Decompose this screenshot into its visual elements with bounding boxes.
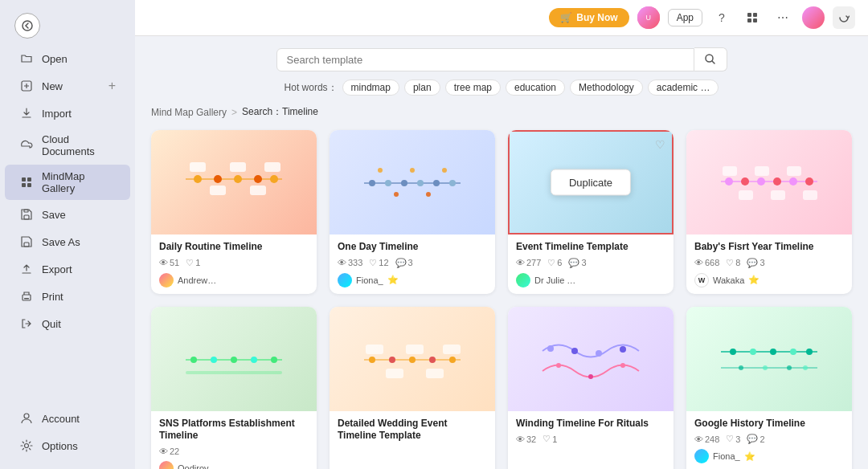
svg-point-38	[410, 168, 415, 173]
sidebar-item-export[interactable]: Export	[5, 256, 130, 282]
search-button[interactable]	[694, 47, 727, 71]
card-sns[interactable]: SNS Platforms Establishment Timeline 👁 2…	[151, 307, 317, 469]
sidebar-item-import[interactable]: Import	[5, 100, 130, 126]
card-winding[interactable]: Winding Timeline For Rituals 👁 32 ♡ 1	[508, 307, 674, 469]
sidebar-label-options: Options	[42, 440, 78, 452]
one-day-preview	[330, 130, 495, 234]
card-google-history[interactable]: Google History Timeline 👁 248 ♡ 3 💬 2 Fi…	[686, 307, 852, 469]
card-stats-sns: 👁 22	[159, 447, 309, 456]
svg-point-78	[620, 363, 625, 368]
author-avatar-sns	[159, 461, 174, 469]
svg-point-76	[556, 363, 561, 368]
sidebar-item-save[interactable]: Save	[5, 202, 130, 227]
tag-plan[interactable]: plan	[404, 80, 440, 96]
user-avatar[interactable]: U	[637, 6, 660, 29]
svg-point-42	[725, 177, 733, 186]
card-detailed-wedding[interactable]: Detailed Wedding Event Timeline Template	[330, 307, 495, 469]
svg-point-63	[389, 357, 395, 363]
card-babys-first[interactable]: Baby's Fisrt Year Timeline 👁 668 ♡ 8 💬 3…	[686, 130, 852, 294]
sidebar-label-save-as: Save As	[42, 236, 80, 248]
sidebar-item-account[interactable]: Account	[5, 406, 130, 431]
svg-point-89	[803, 365, 808, 370]
author-avatar-event	[516, 273, 530, 288]
tag-methodology[interactable]: Methodology	[570, 80, 643, 96]
svg-rect-2	[22, 177, 26, 181]
views-stat: 👁 668	[694, 258, 719, 267]
likes-stat: ♡ 1	[186, 258, 200, 268]
app-button[interactable]: App	[668, 9, 702, 27]
profile-avatar[interactable]	[802, 6, 825, 29]
account-icon	[19, 411, 34, 426]
sidebar-item-new[interactable]: New +	[5, 73, 130, 99]
svg-rect-26	[230, 162, 246, 172]
sidebar-item-save-as[interactable]: Save As	[5, 229, 130, 255]
one-day-svg	[356, 150, 469, 214]
sidebar-label-account: Account	[42, 413, 80, 425]
sidebar-item-cloud[interactable]: Cloud Documents	[5, 128, 130, 163]
card-daily-routine[interactable]: Daily Routine Timeline 👁 51 ♡ 1 Andrew…	[151, 130, 317, 294]
svg-point-45	[773, 177, 781, 186]
card-thumb-sns	[151, 307, 317, 411]
cloud-icon	[19, 138, 34, 153]
saveas-icon	[19, 234, 34, 249]
svg-rect-14	[753, 13, 757, 17]
svg-rect-25	[210, 186, 226, 195]
svg-rect-51	[771, 190, 785, 200]
card-stats-google: 👁 248 ♡ 3 💬 2	[694, 434, 844, 444]
sidebar-item-open[interactable]: Open	[5, 46, 130, 71]
google-svg	[713, 327, 825, 391]
svg-rect-70	[426, 369, 444, 378]
svg-point-87	[763, 365, 768, 370]
svg-point-30	[369, 180, 375, 186]
topbar: 🛒 Buy Now U App ? ⋯	[135, 0, 868, 36]
sidebar-item-print[interactable]: Print	[5, 283, 130, 309]
wedding-preview	[330, 307, 495, 411]
daily-svg	[178, 150, 290, 214]
svg-point-39	[426, 192, 431, 197]
card-info-wedding: Detailed Wedding Event Timeline Template	[330, 411, 495, 453]
likes-stat: ♡ 12	[369, 258, 388, 268]
search-input[interactable]	[287, 54, 684, 66]
svg-point-11	[24, 414, 29, 418]
svg-point-75	[620, 346, 626, 353]
svg-rect-8	[24, 243, 29, 247]
import-icon	[19, 106, 34, 120]
buy-now-button[interactable]: 🛒 Buy Now	[549, 8, 628, 27]
svg-point-66	[449, 357, 456, 363]
svg-rect-4	[22, 183, 26, 187]
card-author-one-day: Fiona_ ⭐	[338, 273, 487, 288]
svg-rect-60	[186, 371, 282, 374]
help-button[interactable]: ?	[710, 6, 733, 29]
svg-rect-41	[721, 181, 817, 182]
more-button[interactable]: ⋯	[772, 6, 794, 29]
dots-icon: ⋯	[777, 11, 788, 24]
tag-academic[interactable]: academic …	[648, 80, 719, 96]
card-stats-one-day: 👁 333 ♡ 12 💬 3	[338, 258, 487, 268]
svg-rect-10	[24, 298, 29, 300]
duplicate-button[interactable]: Duplicate	[551, 169, 631, 196]
svg-rect-16	[753, 18, 757, 22]
sidebar-label-mindmap: MindMap Gallery	[42, 170, 116, 194]
sidebar-item-options[interactable]: Options	[5, 433, 130, 459]
breadcrumb-gallery[interactable]: Mind Map Gallery	[151, 107, 227, 118]
refresh-button[interactable]	[833, 6, 855, 29]
sidebar-item-mindmap-gallery[interactable]: MindMap Gallery	[5, 165, 130, 200]
card-info-winding: Winding Timeline For Rituals 👁 32 ♡ 1	[508, 411, 674, 456]
svg-point-64	[409, 357, 416, 363]
svg-point-77	[588, 374, 593, 379]
grid-button[interactable]	[741, 6, 764, 29]
tag-education[interactable]: education	[506, 80, 565, 96]
svg-point-82	[750, 349, 756, 355]
svg-point-0	[23, 21, 32, 31]
back-button[interactable]	[14, 13, 40, 39]
sidebar-item-quit[interactable]: Quit	[5, 311, 130, 336]
card-one-day[interactable]: One Day Timeline 👁 333 ♡ 12 💬 3 Fiona_ ⭐	[330, 130, 495, 294]
tag-mindmap[interactable]: mindmap	[342, 80, 399, 96]
card-event-timeline[interactable]: ♡ Duplicate Event Timeline Template 👁 27…	[508, 130, 674, 294]
svg-rect-5	[27, 183, 31, 187]
author-avatar-one-day	[338, 273, 352, 288]
tag-treemap[interactable]: tree map	[445, 80, 501, 96]
views-stat: 👁 333	[338, 258, 362, 267]
svg-rect-53	[803, 190, 817, 200]
gold-badge-google: ⭐	[744, 451, 755, 462]
